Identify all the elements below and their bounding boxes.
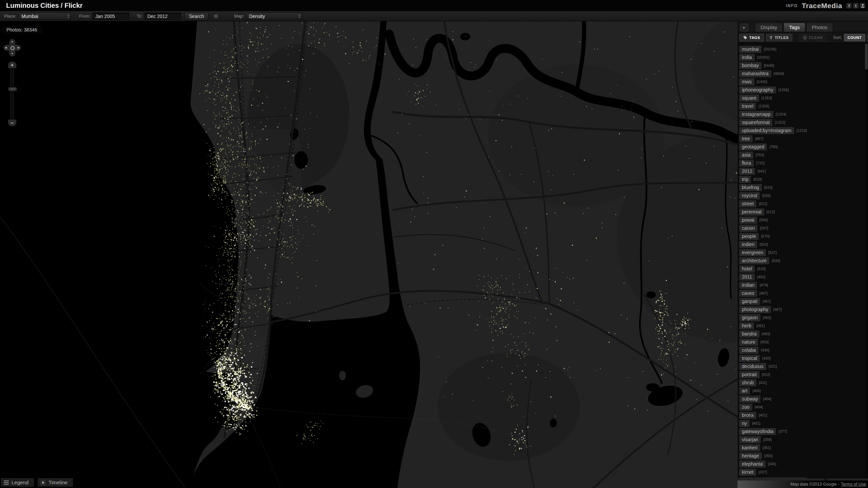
- tag-row: mws[1406]: [739, 78, 865, 86]
- tab-display[interactable]: Display: [755, 23, 783, 32]
- tag-pill[interactable]: canon: [739, 225, 757, 232]
- tag-pill[interactable]: square: [739, 95, 759, 102]
- tag-count: [750]: [756, 153, 764, 157]
- from-input[interactable]: [93, 13, 129, 20]
- tag-pill[interactable]: roycind: [739, 192, 760, 199]
- search-button[interactable]: Search: [184, 12, 208, 20]
- tag-pill[interactable]: perennial: [739, 208, 764, 216]
- tab-tags[interactable]: Tags: [784, 23, 805, 32]
- zoom-in-button[interactable]: +: [8, 61, 17, 68]
- sidebar-collapse-button[interactable]: ▶: [739, 23, 749, 32]
- tag-pill[interactable]: subway: [739, 395, 761, 403]
- tag-pill[interactable]: bluefrog: [739, 184, 762, 191]
- brand-logo[interactable]: TraceMedia: [802, 2, 842, 10]
- tag-pill[interactable]: architecture: [739, 257, 769, 264]
- tag-pill[interactable]: maharashtra: [739, 70, 771, 77]
- scrollbar-thumb[interactable]: [865, 44, 868, 69]
- select-arrows-icon: ▴▾: [299, 14, 300, 18]
- tag-pill[interactable]: mumbai: [739, 46, 762, 53]
- tag-pill[interactable]: ny: [739, 420, 750, 427]
- tag-pill[interactable]: ganpati: [739, 298, 760, 305]
- tag-pill[interactable]: bandra: [739, 330, 760, 338]
- legend-button[interactable]: Legend: [1, 478, 34, 487]
- tag-pill[interactable]: powai: [739, 217, 757, 224]
- tag-pill[interactable]: indien: [739, 241, 757, 248]
- titles-mode-button[interactable]: T TITLES: [766, 34, 792, 41]
- tag-pill[interactable]: girgaon: [739, 314, 761, 321]
- to-input[interactable]: [144, 13, 181, 20]
- tag-pill[interactable]: mws: [739, 78, 754, 85]
- tag-pill[interactable]: kirnet: [739, 469, 756, 476]
- tag-pill[interactable]: kanheri: [739, 444, 760, 451]
- tag-pill[interactable]: nature: [739, 339, 758, 346]
- tag-pill[interactable]: tropical: [739, 355, 760, 362]
- tab-photos[interactable]: Photos: [806, 23, 833, 32]
- tag-pill[interactable]: bronx: [739, 412, 756, 419]
- tag-pill[interactable]: trip: [739, 176, 751, 183]
- pan-up-icon[interactable]: ▲: [11, 40, 14, 43]
- tags-mode-button[interactable]: TAGS: [739, 34, 764, 41]
- page-title: Luminous Cities / Flickr: [6, 0, 83, 11]
- tag-pill[interactable]: zoo: [739, 404, 752, 411]
- tag-pill[interactable]: elephanta: [739, 461, 766, 468]
- tag-pill[interactable]: geotagged: [739, 143, 767, 150]
- twitter-icon[interactable]: t: [853, 3, 859, 8]
- tag-count: [1406]: [757, 80, 767, 84]
- tag-pill[interactable]: visarjan: [739, 436, 761, 443]
- tag-count: [563]: [760, 242, 768, 246]
- sort-count-button[interactable]: COUNT: [844, 34, 866, 41]
- tag-pill[interactable]: 2011: [739, 273, 755, 281]
- pan-center-icon[interactable]: [11, 46, 15, 50]
- tag-pill[interactable]: gatewayofindia: [739, 428, 776, 435]
- tag-pill[interactable]: iphoneography: [739, 86, 776, 94]
- tag-pill[interactable]: uploaded:by=instagram: [739, 127, 794, 134]
- timeline-button[interactable]: Timeline: [37, 478, 73, 487]
- pan-left-icon[interactable]: ◀: [5, 46, 7, 49]
- tag-pill[interactable]: squareformat: [739, 119, 772, 126]
- tag-pill[interactable]: people: [739, 233, 759, 240]
- tag-pill[interactable]: tree: [739, 135, 753, 142]
- tag-pill[interactable]: shrub: [739, 379, 756, 386]
- tag-pill[interactable]: india: [739, 54, 755, 61]
- tag-pill[interactable]: asia: [739, 151, 753, 159]
- place-label: Place:: [4, 14, 16, 19]
- tag-pill[interactable]: [739, 477, 807, 479]
- zoom-out-button[interactable]: −: [8, 119, 17, 126]
- tag-pill[interactable]: travel: [739, 103, 756, 110]
- tag-pill[interactable]: colaba: [739, 347, 758, 354]
- pan-down-icon[interactable]: ▼: [11, 53, 14, 55]
- tag-pill[interactable]: heritage: [739, 452, 762, 460]
- tag-pill[interactable]: indian: [739, 282, 757, 289]
- tag-count: [337]: [758, 470, 767, 474]
- zoom-slider-track[interactable]: [11, 68, 14, 119]
- pan-right-icon[interactable]: ▶: [18, 46, 20, 49]
- sidebar-tabs: ▶ DisplayTagsPhotos: [738, 21, 868, 32]
- tag-pill[interactable]: street: [739, 200, 756, 207]
- tag-count: [1324]: [776, 112, 786, 116]
- tag-pill[interactable]: portrait: [739, 371, 760, 378]
- tag-pill[interactable]: hotel: [739, 265, 755, 272]
- tag-row: maharashtra[4834]: [739, 69, 865, 78]
- clear-tags-button[interactable]: ✕ CLEAR: [799, 34, 826, 41]
- place-select[interactable]: Mumbai ▴▾: [18, 13, 71, 20]
- tag-pill[interactable]: photography: [739, 306, 771, 313]
- zoom-slider-thumb[interactable]: [8, 87, 17, 92]
- info-link[interactable]: INFO: [786, 3, 798, 8]
- terms-of-use-link[interactable]: Terms of Use: [841, 482, 866, 487]
- tag-pill[interactable]: deciduous: [739, 363, 766, 370]
- tag-pill[interactable]: instagramapp: [739, 111, 773, 118]
- tag-pill[interactable]: 2012: [739, 168, 755, 175]
- tag-count: [1319]: [796, 128, 807, 133]
- tag-pill[interactable]: herb: [739, 322, 754, 329]
- map-type-select[interactable]: Density ▴▾: [246, 13, 302, 20]
- profile-icon[interactable]: [860, 3, 865, 8]
- tag-pill[interactable]: evergreen: [739, 249, 766, 256]
- tag-pill[interactable]: flora: [739, 160, 754, 167]
- tag-row: flora[722]: [739, 159, 865, 167]
- tag-pill[interactable]: art: [739, 387, 750, 394]
- tag-pill[interactable]: bombay: [739, 62, 762, 69]
- facebook-icon[interactable]: f: [846, 3, 852, 8]
- clear-search-icon[interactable]: ✕: [213, 13, 219, 20]
- tag-pill[interactable]: caves: [739, 290, 757, 297]
- sidebar-scrollbar[interactable]: [865, 43, 868, 479]
